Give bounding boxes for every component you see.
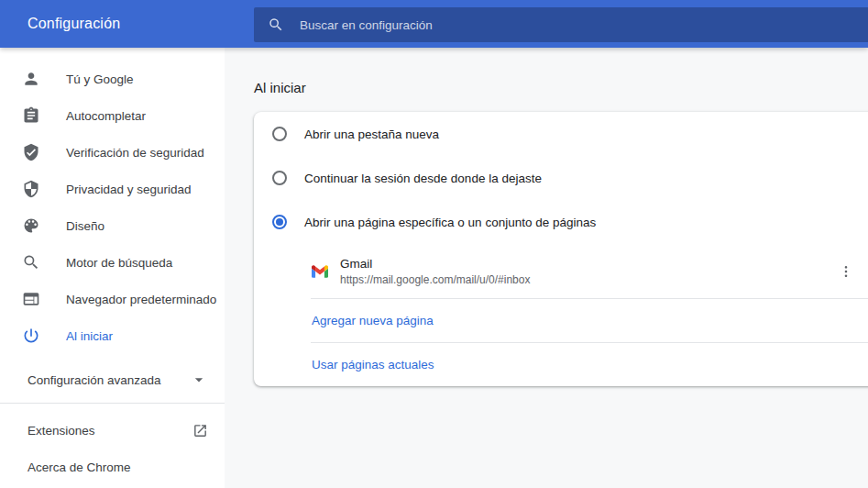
clipboard-icon	[22, 106, 40, 125]
radio-option-open-new-tab[interactable]: Abrir una pestaña nueva	[254, 112, 868, 156]
sidebar-divider	[0, 403, 225, 404]
palette-icon	[22, 216, 40, 235]
sidebar-item-autofill[interactable]: Autocompletar	[0, 97, 225, 134]
sidebar-item-label: Acerca de Chrome	[27, 460, 131, 474]
sidebar-item-label: Navegador predeterminado	[66, 293, 216, 306]
open-in-new-icon	[192, 423, 208, 438]
kebab-menu-icon	[838, 263, 854, 280]
add-new-page-label: Agregar nueva página	[312, 314, 434, 327]
search-icon	[268, 17, 284, 33]
radio-option-label: Abrir una pestaña nueva	[304, 128, 439, 141]
settings-search-input[interactable]: Buscar en configuración	[254, 7, 868, 42]
header: Configuración Buscar en configuración	[0, 0, 868, 48]
sidebar-item-appearance[interactable]: Diseño	[0, 207, 225, 244]
sidebar-item-privacy-security[interactable]: Privacidad y seguridad	[0, 171, 225, 207]
sidebar-item-label: Motor de búsqueda	[66, 256, 172, 270]
sidebar-item-label: Verificación de seguridad	[66, 146, 204, 160]
startup-page-row: Gmail https://mail.google.com/mail/u/0/#…	[254, 244, 868, 298]
radio-option-continue-session[interactable]: Continuar la sesión desde donde la dejas…	[254, 156, 868, 200]
sidebar-item-label: Autocompletar	[66, 109, 146, 123]
shield-check-icon	[22, 143, 40, 161]
sidebar-item-label: Diseño	[66, 219, 104, 233]
sidebar-item-label: Al iniciar	[66, 329, 113, 343]
magnifier-icon	[22, 253, 40, 272]
page-title: Configuración	[27, 16, 120, 32]
sidebar-advanced-label: Configuración avanzada	[27, 373, 161, 387]
sidebar-item-on-startup[interactable]: Al iniciar	[0, 317, 225, 354]
radio-icon[interactable]	[272, 127, 287, 141]
shield-half-icon	[22, 180, 40, 198]
use-current-pages-link[interactable]: Usar páginas actuales	[254, 343, 868, 386]
radio-icon-selected[interactable]	[272, 215, 287, 229]
power-icon	[22, 327, 40, 345]
add-new-page-link[interactable]: Agregar nueva página	[254, 299, 868, 342]
startup-page-more-button[interactable]	[831, 257, 861, 286]
sidebar-item-search-engine[interactable]: Motor de búsqueda	[0, 244, 225, 281]
chevron-down-icon	[190, 371, 208, 389]
chrome-settings-window: Configuración Buscar en configuración Tú…	[0, 0, 868, 488]
use-current-pages-label: Usar páginas actuales	[312, 358, 434, 372]
sidebar: Tú y Google Autocompletar Verificación d…	[0, 48, 225, 488]
sidebar-item-label: Extensiones	[27, 424, 95, 438]
radio-icon[interactable]	[272, 171, 287, 185]
browser-window-icon	[22, 290, 40, 308]
sidebar-item-label: Tú y Google	[66, 72, 134, 86]
radio-option-open-specific-pages[interactable]: Abrir una página específica o un conjunt…	[254, 200, 868, 244]
gmail-icon	[312, 265, 328, 278]
section-title: Al iniciar	[254, 79, 868, 97]
sidebar-item-you-and-google[interactable]: Tú y Google	[0, 61, 225, 97]
radio-option-label: Continuar la sesión desde donde la dejas…	[304, 172, 542, 185]
sidebar-item-about-chrome[interactable]: Acerca de Chrome	[0, 449, 225, 485]
sidebar-item-default-browser[interactable]: Navegador predeterminado	[0, 281, 225, 317]
sidebar-item-label: Privacidad y seguridad	[66, 183, 192, 196]
startup-page-name: Gmail	[340, 257, 530, 271]
radio-option-label: Abrir una página específica o un conjunt…	[304, 216, 596, 229]
search-placeholder: Buscar en configuración	[300, 18, 433, 32]
on-startup-card: Abrir una pestaña nueva Continuar la ses…	[254, 112, 868, 386]
main-content: Al iniciar Abrir una pestaña nueva Conti…	[225, 48, 868, 488]
sidebar-advanced-toggle[interactable]: Configuración avanzada	[0, 361, 225, 398]
person-icon	[22, 70, 40, 88]
sidebar-item-extensions[interactable]: Extensiones	[0, 412, 225, 449]
sidebar-item-safety-check[interactable]: Verificación de seguridad	[0, 134, 225, 171]
startup-page-url: https://mail.google.com/mail/u/0/#inbox	[340, 273, 530, 286]
